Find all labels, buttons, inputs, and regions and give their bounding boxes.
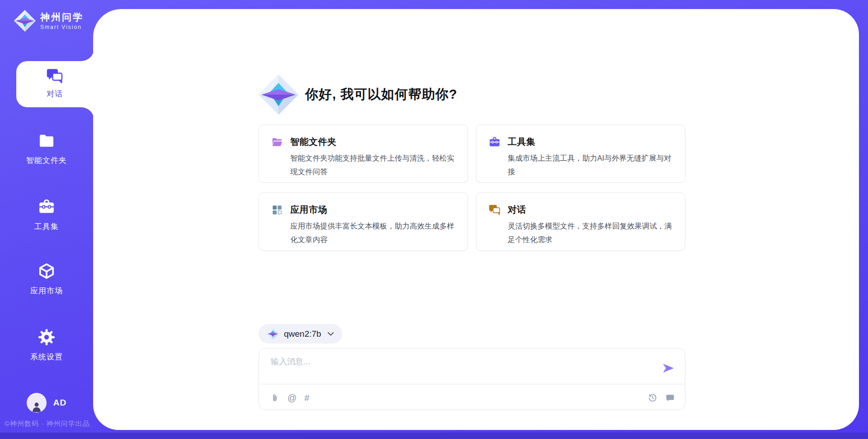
card-toolbox[interactable]: 工具集 集成市场上主流工具，助力AI与外界无缝扩展与对接: [476, 124, 685, 183]
chevron-down-icon: [327, 332, 334, 336]
chat-square-icon[interactable]: [665, 393, 675, 403]
brand: 神州问学 Smart Vision: [14, 10, 84, 32]
card-title: 工具集: [508, 136, 536, 148]
card-description: 集成市场上主流工具，助力AI与外界无缝扩展与对接: [508, 151, 673, 178]
app-root: 神州问学 Smart Vision 对话 智能文件夹 工具集: [0, 0, 868, 439]
card-title: 对话: [508, 204, 526, 216]
card-title: 应用市场: [290, 204, 327, 216]
sidebar-item-label: 对话: [47, 89, 63, 99]
brand-subtitle: Smart Vision: [40, 24, 84, 30]
model-name: qwen2:7b: [284, 329, 321, 339]
sidebar-item-label: 工具集: [34, 221, 59, 232]
history-icon[interactable]: [647, 393, 657, 403]
sidebar-item-settings[interactable]: 系统设置: [0, 329, 93, 362]
sidebar-item-chat[interactable]: 对话: [16, 60, 93, 106]
sidebar-item-smart-folder[interactable]: 智能文件夹: [0, 132, 93, 166]
toolbox-icon: [488, 136, 501, 148]
diamond-logo-icon: [258, 74, 299, 115]
composer-divider: [259, 384, 685, 384]
sidebar-item-toolbox[interactable]: 工具集: [0, 198, 93, 232]
gear-icon: [38, 329, 56, 346]
mention-icon[interactable]: @: [288, 393, 297, 403]
send-icon[interactable]: [662, 363, 675, 374]
brand-name: 神州问学: [40, 11, 84, 23]
folder-icon: [38, 132, 56, 149]
chat-bubbles-icon: [46, 68, 64, 85]
user-initials: AD: [53, 398, 66, 408]
sidebar-item-label: 智能文件夹: [26, 155, 67, 166]
sidebar-item-label: 系统设置: [30, 352, 63, 362]
paperclip-icon[interactable]: [270, 393, 280, 403]
message-composer: @ #: [259, 348, 685, 410]
card-chat[interactable]: 对话 灵活切换多模型文件，支持多样回复效果调试，满足个性化需求: [476, 192, 685, 251]
card-app-market[interactable]: 应用市场 应用市场提供丰富长文本模板，助力高效生成多样化文章内容: [259, 192, 468, 251]
person-icon: [30, 400, 43, 413]
bottom-edge-strip: [0, 433, 868, 439]
composer-toolbar: @ #: [270, 390, 675, 406]
folder-open-icon: [271, 136, 283, 148]
toolbox-icon: [38, 198, 56, 215]
cube-icon: [38, 262, 56, 280]
sidebar-footer: ©神州数码 · 神州问学出品: [5, 420, 104, 428]
sidebar-item-label: 应用市场: [30, 286, 63, 296]
sidebar-item-app-market[interactable]: 应用市场: [0, 262, 93, 296]
diamond-logo-icon: [267, 328, 279, 340]
card-title: 智能文件夹: [290, 136, 337, 148]
card-description: 灵活切换多模型文件，支持多样回复效果调试，满足个性化需求: [508, 219, 673, 246]
card-description: 智能文件夹功能支持批量文件上传与清洗，轻松实现文件问答: [290, 151, 456, 178]
diamond-logo-icon: [14, 10, 36, 32]
card-description: 应用市场提供丰富长文本模板，助力高效生成多样化文章内容: [290, 219, 456, 246]
topic-icon[interactable]: #: [304, 393, 309, 403]
feature-cards: 智能文件夹 智能文件夹功能支持批量文件上传与清洗，轻松实现文件问答 工具集 集成…: [259, 124, 685, 251]
message-input[interactable]: [271, 356, 651, 380]
chat-bubbles-icon: [488, 204, 501, 216]
greeting: 你好, 我可以如何帮助你?: [258, 74, 458, 115]
avatar: [27, 393, 47, 413]
main-panel: 你好, 我可以如何帮助你? 智能文件夹 智能文件夹功能支持批量文件上传与清洗，轻…: [93, 9, 859, 430]
user-chip[interactable]: AD: [0, 393, 93, 413]
card-smart-folder[interactable]: 智能文件夹 智能文件夹功能支持批量文件上传与清洗，轻松实现文件问答: [259, 124, 468, 183]
model-selector[interactable]: qwen2:7b: [259, 324, 342, 344]
app-grid-icon: [271, 204, 283, 216]
greeting-text: 你好, 我可以如何帮助你?: [305, 86, 458, 104]
